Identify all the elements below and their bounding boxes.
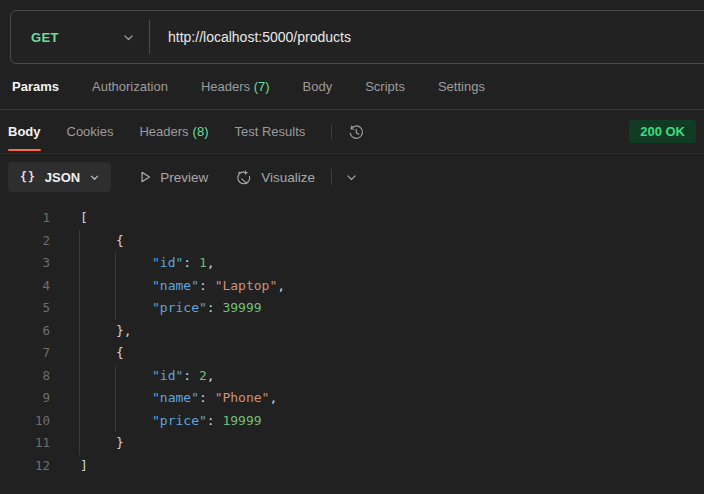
response-header-divider [331,124,332,140]
status-badge: 200 OK [629,120,696,143]
line-number: 9 [0,387,50,410]
line-number: 12 [0,455,50,478]
line-number: 8 [0,365,50,388]
indent-guide [79,275,80,298]
tab-params[interactable]: Params [12,79,59,94]
indent-guide [79,342,80,365]
code-content: }, [80,320,704,343]
indent-guide [79,365,80,388]
line-number: 5 [0,297,50,320]
code-line: 2{ [0,230,704,253]
url-input[interactable]: http://localhost:5000/products [150,29,351,45]
play-icon [138,170,152,184]
indent-guide [115,252,116,275]
visualize-label: Visualize [261,170,315,185]
code-content: "name": "Phone", [80,387,704,410]
indent-guide [79,297,80,320]
code-line: 6}, [0,320,704,343]
request-url-bar: GET http://localhost:5000/products [10,10,704,64]
history-button[interactable] [346,110,366,153]
response-tab-test-results[interactable]: Test Results [235,110,306,153]
indent-guide [115,387,116,410]
line-number: 4 [0,275,50,298]
code-content: { [80,342,704,365]
code-content: ] [80,455,704,478]
method-selector[interactable]: GET [11,11,149,63]
more-options-button[interactable] [345,171,358,184]
code-content: "name": "Laptop", [80,275,704,298]
sparkle-icon [235,168,253,186]
line-number: 2 [0,230,50,253]
request-tabs: Params Authorization Headers (7) Body Sc… [0,64,704,110]
tab-settings[interactable]: Settings [438,79,485,94]
response-view-toolbar: {} JSON Preview Visualize [0,154,704,200]
indent-guide [115,297,116,320]
line-number: 6 [0,320,50,343]
response-tab-body[interactable]: Body [8,110,41,153]
code-content: "price": 39999 [80,297,704,320]
code-line: 10"price": 19999 [0,410,704,433]
code-content: "price": 19999 [80,410,704,433]
indent-guide [79,432,80,455]
indent-guide [79,230,80,253]
response-header: Body Cookies Headers(8) Test Results 200… [0,110,704,154]
history-icon [346,122,366,142]
format-label: JSON [45,170,80,185]
code-line: 1[ [0,207,704,230]
response-headers-count: (8) [193,124,209,139]
code-content: "id": 1, [80,252,704,275]
indent-guide [79,410,80,433]
code-line: 7{ [0,342,704,365]
code-content: [ [80,207,704,230]
indent-guide [115,410,116,433]
code-line: 8"id": 2, [0,365,704,388]
code-line: 12] [0,455,704,478]
code-line: 9"name": "Phone", [0,387,704,410]
tab-headers[interactable]: Headers (7) [201,79,270,94]
method-label: GET [31,30,59,45]
code-area: 1[2{3"id": 1,4"name": "Laptop",5"price":… [0,200,704,494]
code-line: 3"id": 1, [0,252,704,275]
headers-count: (7) [254,79,270,94]
chevron-down-icon [122,31,135,44]
tab-scripts[interactable]: Scripts [365,79,405,94]
response-tab-cookies[interactable]: Cookies [67,110,114,153]
code-content: { [80,230,704,253]
indent-guide [79,387,80,410]
line-number: 7 [0,342,50,365]
line-number: 10 [0,410,50,433]
preview-button[interactable]: Preview [138,170,208,185]
line-number: 1 [0,207,50,230]
code-content: "id": 2, [80,365,704,388]
visualize-button[interactable]: Visualize [235,168,315,186]
preview-label: Preview [160,170,208,185]
code-line: 5"price": 39999 [0,297,704,320]
code-content: } [80,432,704,455]
indent-guide [79,252,80,275]
tab-authorization[interactable]: Authorization [92,79,168,94]
line-number: 3 [0,252,50,275]
chevron-down-icon [89,172,100,183]
line-number: 11 [0,432,50,455]
indent-guide [115,275,116,298]
code-line: 4"name": "Laptop", [0,275,704,298]
toolbar-divider [331,169,332,185]
format-selector[interactable]: {} JSON [8,162,111,192]
curly-braces-icon: {} [20,170,36,184]
response-tab-headers[interactable]: Headers(8) [139,110,208,153]
indent-guide [115,365,116,388]
code-line: 11} [0,432,704,455]
chevron-down-icon [345,171,358,184]
indent-guide [79,320,80,343]
tab-body[interactable]: Body [303,79,333,94]
